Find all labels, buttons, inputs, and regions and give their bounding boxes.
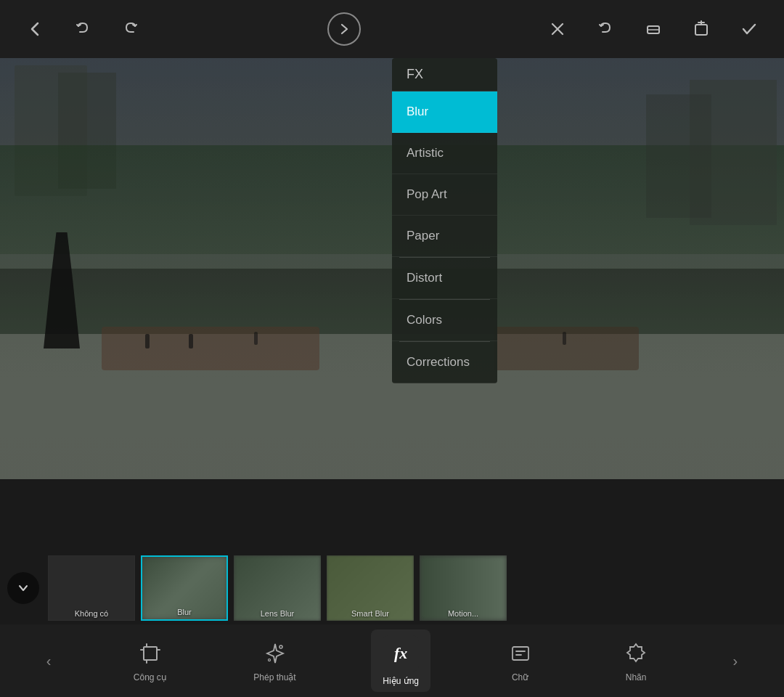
tool-nhan[interactable]: Nhãn <box>610 633 662 688</box>
text-icon <box>506 639 535 668</box>
fx-icon-container: fx <box>383 635 419 672</box>
thumb-motion[interactable]: Motion... <box>420 555 507 621</box>
thumb-lens-blur[interactable]: Lens Blur <box>234 555 321 621</box>
crop-icon <box>136 639 165 668</box>
fx-panel: FX Blur Artistic Pop Art Paper Distort C… <box>392 58 497 383</box>
fx-menu-artistic[interactable]: Artistic <box>392 133 497 174</box>
badge-icon <box>621 639 650 668</box>
forward-button[interactable] <box>327 12 361 46</box>
undo2-button[interactable] <box>592 16 618 42</box>
svg-rect-1 <box>695 25 707 35</box>
fx-menu-corrections[interactable]: Corrections <box>392 342 497 383</box>
tool-hieu-ung[interactable]: fx Hiệu ứng <box>371 629 430 692</box>
thumbnails-container: Không có Blur Lens Blur Smart Blur Motio… <box>46 555 508 621</box>
tool-chu[interactable]: Chữ <box>494 633 547 688</box>
tools-left-arrow[interactable]: ‹ <box>39 645 59 677</box>
thumb-lens-blur-label: Lens Blur <box>234 609 321 618</box>
tool-chu-label: Chữ <box>512 672 528 682</box>
thumb-smart-blur[interactable]: Smart Blur <box>327 555 414 621</box>
sparkle-icon <box>261 639 290 668</box>
scroll-down-button[interactable] <box>7 572 39 604</box>
svg-point-4 <box>268 659 270 661</box>
fx-icon: fx <box>394 644 407 663</box>
export-button[interactable] <box>688 16 714 42</box>
thumb-smart-blur-label: Smart Blur <box>327 609 414 618</box>
fx-menu-popart[interactable]: Pop Art <box>392 174 497 216</box>
thumb-blur[interactable]: Blur <box>141 555 228 621</box>
fx-menu-paper[interactable]: Paper <box>392 216 497 257</box>
tool-nhan-label: Nhãn <box>626 672 647 682</box>
bottom-toolbar: ‹ Công cụ Phép thuật fx Hiệu ứng <box>0 624 784 697</box>
close-button[interactable] <box>544 16 571 42</box>
tool-hieu-ung-label: Hiệu ứng <box>383 676 419 686</box>
svg-rect-5 <box>513 647 528 660</box>
undo-button[interactable] <box>70 16 96 42</box>
thumb-motion-label: Motion... <box>420 609 507 618</box>
thumb-blur-label: Blur <box>142 608 226 616</box>
fx-menu-colors[interactable]: Colors <box>392 300 497 341</box>
tool-phep-thuat-label: Phép thuật <box>253 672 295 682</box>
svg-rect-2 <box>144 647 157 660</box>
thumb-none-label: Không có <box>48 609 135 618</box>
tools-right-arrow[interactable]: › <box>726 645 746 677</box>
tool-cong-cu-label: Công cụ <box>134 672 167 682</box>
fx-menu-distort[interactable]: Distort <box>392 258 497 299</box>
svg-point-3 <box>279 645 282 648</box>
eraser-button[interactable] <box>640 16 666 42</box>
top-toolbar <box>0 0 784 58</box>
back-button[interactable] <box>22 16 48 42</box>
confirm-button[interactable] <box>736 16 762 42</box>
thumb-none[interactable]: Không có <box>48 555 135 621</box>
tool-phep-thuat[interactable]: Phép thuật <box>242 633 307 688</box>
redo-button[interactable] <box>118 16 144 42</box>
fx-panel-header: FX <box>392 58 497 91</box>
thumbnail-strip: Không có Blur Lens Blur Smart Blur Motio… <box>0 552 784 624</box>
tool-cong-cu[interactable]: Công cụ <box>122 633 179 688</box>
fx-menu-blur[interactable]: Blur <box>392 91 497 133</box>
